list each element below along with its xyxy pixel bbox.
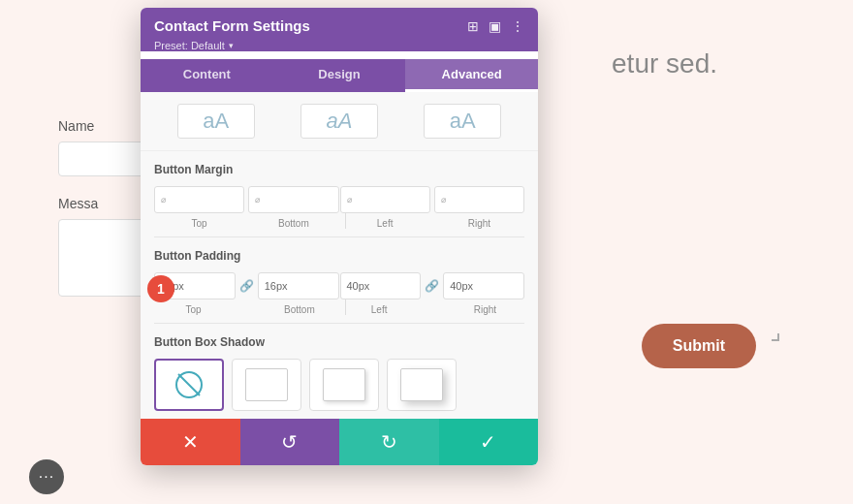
padding-right-field[interactable]: 40px	[443, 272, 524, 299]
margin-left-field[interactable]: ⌀	[340, 186, 430, 213]
save-button[interactable]: ✓	[439, 419, 539, 465]
badge-number: 1	[147, 275, 174, 302]
preset-label: Preset: Default	[154, 40, 225, 51]
tab-advanced[interactable]: Advanced	[405, 59, 538, 92]
button-box-shadow-title: Button Box Shadow	[154, 335, 524, 349]
font-option-2[interactable]: aA	[300, 104, 378, 139]
redo-button[interactable]: ↻	[339, 419, 439, 465]
resize-handle	[772, 333, 779, 341]
cancel-button[interactable]: ✕	[141, 419, 240, 465]
button-margin-section: Button Margin ⌀ ⌀ Top Bottom	[141, 151, 538, 236]
panel-tabs: Content Design Advanced	[141, 59, 538, 92]
padding-top-label: Top	[154, 304, 233, 315]
preset-row: Preset: Default ▾	[154, 40, 524, 51]
padding-left-label: Left	[340, 304, 419, 315]
button-padding-title: Button Padding	[154, 249, 524, 263]
padding-left-field[interactable]: 40px	[340, 272, 422, 299]
resize-icon[interactable]: ⊞	[467, 18, 479, 34]
panel-title-row: Contact Form Settings ⊞ ▣ ⋮	[154, 17, 524, 34]
padding-bottom-field[interactable]: 16px	[258, 272, 339, 299]
margin-left-label: Left	[340, 218, 430, 229]
submit-button[interactable]: Submit	[642, 324, 756, 368]
margin-top-field[interactable]: ⌀	[154, 186, 244, 213]
shadow-options	[154, 359, 524, 411]
shadow-preview-3	[400, 368, 443, 401]
margin-bottom-field[interactable]: ⌀	[248, 186, 338, 213]
font-style-row: aA aA aA	[141, 92, 538, 151]
no-shadow-icon	[174, 369, 205, 400]
margin-left-col: ⌀ ⌀ Top Bottom	[154, 186, 339, 229]
margin-right-field[interactable]: ⌀	[434, 186, 524, 213]
button-box-shadow-section: Button Box Shadow	[141, 324, 538, 419]
tab-design[interactable]: Design	[273, 59, 406, 92]
margin-top-label: Top	[154, 218, 244, 229]
shadow-option-3[interactable]	[387, 359, 457, 411]
padding-right-label: Right	[446, 304, 524, 315]
dots-menu[interactable]: ···	[29, 459, 64, 494]
button-padding-section: Button Padding 16px 🔗 16px Top	[141, 237, 538, 323]
more-icon[interactable]: ⋮	[511, 18, 524, 34]
panel-title: Contact Form Settings	[154, 17, 310, 34]
panel-header-icons: ⊞ ▣ ⋮	[467, 18, 524, 34]
reset-button[interactable]: ↺	[240, 419, 340, 465]
shadow-preview-2	[323, 368, 365, 401]
panel-body: aA aA aA Button Margin ⌀ ⌀	[141, 92, 538, 419]
shadow-none[interactable]	[154, 359, 224, 411]
font-option-1[interactable]: aA	[177, 104, 255, 139]
padding-link-icon-right[interactable]: 🔗	[425, 279, 439, 293]
padding-left-col: 16px 🔗 16px Top Bottom	[154, 272, 339, 315]
padding-link-icon-left[interactable]: 🔗	[239, 279, 254, 293]
settings-panel: Contact Form Settings ⊞ ▣ ⋮ Preset: Defa…	[141, 8, 538, 465]
preset-arrow: ▾	[229, 41, 234, 50]
panel-header: Contact Form Settings ⊞ ▣ ⋮ Preset: Defa…	[141, 8, 538, 51]
padding-right-col: 40px 🔗 40px Left Right	[340, 272, 525, 315]
margin-bottom-label: Bottom	[248, 218, 338, 229]
margin-right-col: ⌀ ⌀ Left Right	[340, 186, 525, 229]
margin-right-label: Right	[434, 218, 524, 229]
shadow-option-2[interactable]	[309, 359, 379, 411]
shadow-option-1[interactable]	[232, 359, 301, 411]
svg-line-1	[178, 374, 200, 395]
panel-footer: ✕ ↺ ↻ ✓	[141, 419, 538, 465]
font-option-3[interactable]: aA	[424, 104, 501, 139]
tab-content[interactable]: Content	[141, 59, 273, 92]
padding-bottom-label: Bottom	[260, 304, 338, 315]
shadow-preview-1	[245, 368, 288, 401]
button-margin-title: Button Margin	[154, 163, 524, 176]
split-icon[interactable]: ▣	[489, 18, 501, 34]
